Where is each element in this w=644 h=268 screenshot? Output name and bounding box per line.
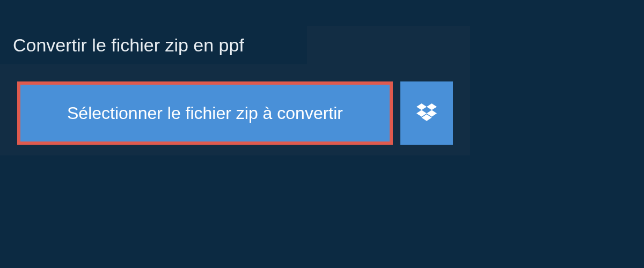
dropbox-button[interactable] bbox=[400, 81, 453, 145]
button-row: Sélectionner le fichier zip à convertir bbox=[17, 81, 453, 145]
select-file-button[interactable]: Sélectionner le fichier zip à convertir bbox=[17, 81, 393, 145]
select-file-label: Sélectionner le fichier zip à convertir bbox=[67, 103, 343, 123]
dropbox-icon bbox=[416, 103, 437, 123]
converter-panel: Convertir le fichier zip en ppf Sélectio… bbox=[0, 26, 470, 155]
title-bar: Convertir le fichier zip en ppf bbox=[0, 26, 307, 64]
page-title: Convertir le fichier zip en ppf bbox=[13, 35, 244, 56]
